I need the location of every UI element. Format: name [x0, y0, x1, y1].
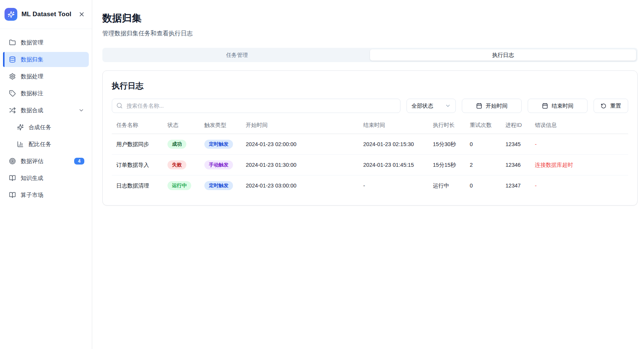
- end-time-cell: -: [359, 175, 428, 196]
- start-time-cell: 2024-01-23 01:30:00: [241, 155, 359, 175]
- column-header-4: 结束时间: [359, 119, 428, 134]
- sidebar-item-5[interactable]: 合成任务: [3, 120, 89, 135]
- book-open-icon: [9, 175, 16, 181]
- bar-chart-icon: [17, 141, 24, 148]
- start-time-cell: 2024-01-23 02:00:00: [241, 134, 359, 155]
- sidebar-item-label: 数据合成: [21, 107, 43, 114]
- app-title: ML Dataset Tool: [21, 11, 73, 18]
- reset-label: 重置: [610, 102, 621, 110]
- reset-button[interactable]: 重置: [594, 99, 628, 113]
- book-open-icon: [9, 192, 16, 198]
- tab-task-management[interactable]: 任务管理: [104, 49, 370, 61]
- start-time-label: 开始时间: [486, 102, 508, 110]
- execution-log-panel: 执行日志 全部状态 开始时间 结束时间 重置: [102, 70, 638, 206]
- page-title: 数据归集: [102, 12, 638, 25]
- page-subtitle: 管理数据归集任务和查看执行日志: [102, 30, 638, 38]
- end-time-cell: 2024-01-23 02:15:30: [359, 134, 428, 155]
- shuffle-icon: [9, 107, 16, 114]
- panel-title: 执行日志: [112, 81, 628, 91]
- column-header-6: 重试次数: [465, 119, 501, 134]
- status-badge: 运行中: [167, 181, 191, 190]
- trigger-cell: 定时触发: [200, 175, 241, 196]
- start-time-button[interactable]: 开始时间: [462, 99, 522, 113]
- start-time-cell: 2024-01-23 03:00:00: [241, 175, 359, 196]
- chevron-down-icon: [445, 103, 451, 109]
- process-id-cell: 12347: [501, 175, 530, 196]
- sidebar-item-1[interactable]: 数据归集: [3, 52, 89, 67]
- trigger-type-badge: 定时触发: [204, 140, 233, 149]
- table-body: 用户数据同步成功定时触发2024-01-23 02:00:002024-01-2…: [112, 134, 628, 196]
- sidebar-item-2[interactable]: 数据处理: [3, 69, 89, 84]
- sidebar-item-label: 合成任务: [29, 124, 51, 131]
- status-badge: 失败: [167, 160, 186, 169]
- duration-cell: 15分30秒: [428, 134, 465, 155]
- tab-bar: 任务管理执行日志: [102, 48, 638, 62]
- task-name-cell: 订单数据导入: [112, 155, 163, 175]
- table-row-1: 订单数据导入失败手动触发2024-01-23 01:30:002024-01-2…: [112, 155, 628, 175]
- sidebar-item-7[interactable]: 数据评估4: [3, 154, 89, 169]
- search-input[interactable]: [112, 99, 400, 113]
- trigger-type-badge: 手动触发: [204, 160, 233, 169]
- sidebar-item-8[interactable]: 知识生成: [3, 171, 89, 186]
- status-badge: 成功: [167, 140, 186, 149]
- target-icon: [9, 158, 16, 165]
- end-time-label: 结束时间: [552, 102, 574, 110]
- column-header-1: 状态: [163, 119, 200, 134]
- chevron-down-icon: [78, 107, 84, 113]
- end-time-cell: 2024-01-23 01:45:15: [359, 155, 428, 175]
- search-icon: [116, 102, 123, 109]
- sparkles-icon: [17, 124, 24, 131]
- end-time-button[interactable]: 结束时间: [528, 99, 588, 113]
- sidebar-item-4[interactable]: 数据合成: [3, 103, 89, 118]
- sidebar-nav: 数据管理数据归集数据处理数据标注数据合成合成任务配比任务数据评估4知识生成算子市…: [0, 29, 92, 209]
- column-header-5: 执行时长: [428, 119, 465, 134]
- sidebar-item-6[interactable]: 配比任务: [3, 137, 89, 152]
- sidebar-close-icon[interactable]: [78, 10, 86, 18]
- retry-count-cell: 0: [465, 175, 501, 196]
- main-content: 数据归集 管理数据归集任务和查看执行日志 任务管理执行日志 执行日志 全部状态 …: [92, 0, 644, 349]
- retry-count-cell: 2: [465, 155, 501, 175]
- column-header-0: 任务名称: [112, 119, 163, 134]
- sidebar-item-label: 知识生成: [21, 175, 43, 182]
- gear-icon: [9, 73, 16, 80]
- sidebar-item-label: 数据处理: [21, 73, 43, 80]
- sidebar-header: ML Dataset Tool: [0, 0, 92, 29]
- duration-cell: 15分15秒: [428, 155, 465, 175]
- process-id-cell: 12346: [501, 155, 530, 175]
- sidebar-item-label: 算子市场: [21, 192, 43, 199]
- trigger-type-badge: 定时触发: [204, 181, 233, 190]
- status-filter-select[interactable]: 全部状态: [406, 99, 456, 113]
- table-row-2: 日志数据清理运行中定时触发2024-01-23 03:00:00-运行中0123…: [112, 175, 628, 196]
- sidebar-item-label: 数据评估: [21, 158, 43, 165]
- duration-cell: 运行中: [428, 175, 465, 196]
- sidebar-item-3[interactable]: 数据标注: [3, 86, 89, 101]
- folder-icon: [9, 39, 16, 46]
- sidebar-item-0[interactable]: 数据管理: [3, 35, 89, 50]
- task-name-cell: 日志数据清理: [112, 175, 163, 196]
- rotate-ccw-icon: [601, 103, 606, 109]
- status-filter-value: 全部状态: [411, 102, 433, 110]
- sidebar-item-label: 数据管理: [21, 39, 43, 46]
- app-logo-sparkles-icon: [5, 8, 17, 21]
- status-cell: 成功: [163, 134, 200, 155]
- error-message-cell: -: [530, 175, 628, 196]
- filter-row: 全部状态 开始时间 结束时间 重置: [112, 99, 628, 113]
- search-box: [112, 99, 400, 113]
- sidebar-item-label: 数据标注: [21, 90, 43, 97]
- retry-count-cell: 0: [465, 134, 501, 155]
- execution-log-table: 任务名称状态触发类型开始时间结束时间执行时长重试次数进程ID错误信息 用户数据同…: [112, 119, 628, 196]
- trigger-cell: 手动触发: [200, 155, 241, 175]
- error-message-cell: -: [530, 134, 628, 155]
- sidebar-item-label: 配比任务: [29, 141, 51, 148]
- status-cell: 失败: [163, 155, 200, 175]
- calendar-icon: [542, 103, 548, 109]
- column-header-8: 错误信息: [530, 119, 628, 134]
- calendar-icon: [476, 103, 482, 109]
- tab-execution-log[interactable]: 执行日志: [370, 49, 636, 61]
- sidebar: ML Dataset Tool 数据管理数据归集数据处理数据标注数据合成合成任务…: [0, 0, 92, 349]
- trigger-cell: 定时触发: [200, 134, 241, 155]
- table-row-0: 用户数据同步成功定时触发2024-01-23 02:00:002024-01-2…: [112, 134, 628, 155]
- column-header-7: 进程ID: [501, 119, 530, 134]
- sidebar-item-label: 数据归集: [21, 56, 43, 63]
- sidebar-item-9[interactable]: 算子市场: [3, 187, 89, 203]
